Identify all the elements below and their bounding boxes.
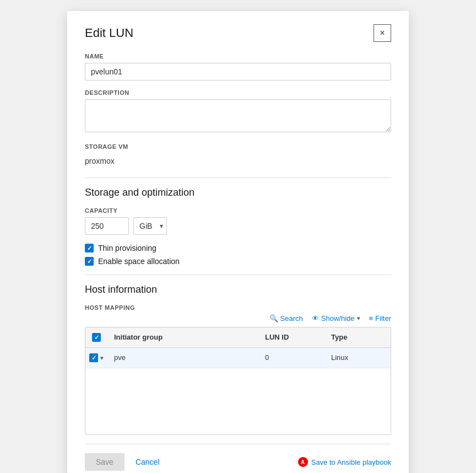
table-empty-area	[85, 368, 391, 434]
thin-provisioning-label: Thin provisioning	[98, 244, 156, 252]
ansible-label: Save to Ansible playbook	[311, 458, 391, 466]
modal-header: Edit LUN ×	[85, 24, 391, 42]
initiator-group-header: Initiator group	[107, 327, 258, 347]
showhide-action[interactable]: 👁 Show/hide ▾	[312, 314, 360, 322]
filter-action[interactable]: ≡ Filter	[369, 314, 391, 322]
filter-icon: ≡	[369, 314, 374, 322]
showhide-label: Show/hide	[321, 314, 355, 322]
chevron-down-icon: ▾	[357, 315, 360, 322]
name-field-group: NAME	[85, 53, 391, 80]
enable-space-checkbox[interactable]	[85, 257, 94, 266]
description-field-group: DESCRIPTION	[85, 89, 391, 135]
footer-bar: Save Cancel A Save to Ansible playbook	[85, 444, 391, 473]
ansible-playbook-link[interactable]: A Save to Ansible playbook	[298, 457, 391, 467]
ansible-icon: A	[298, 457, 308, 467]
host-mapping-table: Initiator group LUN ID Type ▾ pve 0 Linu…	[85, 327, 391, 435]
footer-left: Save Cancel	[85, 453, 166, 471]
cancel-button[interactable]: Cancel	[129, 453, 166, 471]
table-row: ▾ pve 0 Linux	[85, 348, 391, 368]
capacity-field-group: CAPACITY GiB TiB MiB	[85, 207, 391, 235]
section-divider	[85, 178, 391, 178]
lun-id-header: LUN ID	[258, 327, 324, 347]
storage-vm-field-group: STORAGE VM proxmox	[85, 143, 391, 169]
type-header: Type	[324, 327, 391, 347]
unit-select-wrapper: GiB TiB MiB	[133, 217, 167, 235]
storage-section-title: Storage and optimization	[85, 187, 391, 198]
select-all-checkbox[interactable]	[92, 333, 101, 342]
row-expand-icon[interactable]: ▾	[100, 354, 104, 362]
row-type: Linux	[324, 348, 391, 368]
checkbox-column-header	[85, 327, 107, 347]
capacity-label: CAPACITY	[85, 207, 391, 214]
row-checkbox-cell: ▾	[85, 348, 107, 368]
storage-vm-value: proxmox	[85, 153, 391, 169]
host-section: Host information HOST MAPPING 🔍 Search 👁…	[85, 284, 391, 435]
host-section-title: Host information	[85, 284, 391, 295]
unit-select[interactable]: GiB TiB MiB	[133, 217, 167, 235]
modal-title: Edit LUN	[85, 26, 133, 40]
capacity-row: GiB TiB MiB	[85, 217, 391, 235]
row-initiator-group: pve	[107, 348, 258, 368]
row-checkbox[interactable]	[89, 353, 98, 362]
edit-lun-modal: Edit LUN × NAME DESCRIPTION STORAGE VM p…	[67, 11, 409, 473]
close-button[interactable]: ×	[374, 24, 391, 42]
eye-icon: 👁	[312, 314, 319, 322]
name-input[interactable]	[85, 63, 391, 80]
description-input[interactable]	[85, 99, 391, 132]
name-label: NAME	[85, 53, 391, 60]
search-icon: 🔍	[269, 314, 278, 322]
table-header: Initiator group LUN ID Type	[85, 327, 391, 348]
storage-section: Storage and optimization CAPACITY GiB Ti…	[85, 187, 391, 266]
filter-label: Filter	[375, 314, 391, 322]
description-label: DESCRIPTION	[85, 89, 391, 96]
host-mapping-bar: 🔍 Search 👁 Show/hide ▾ ≡ Filter	[85, 314, 391, 322]
host-divider	[85, 275, 391, 275]
storage-vm-label: STORAGE VM	[85, 143, 391, 150]
thin-provisioning-row: Thin provisioning	[85, 244, 391, 252]
thin-provisioning-checkbox[interactable]	[85, 244, 94, 252]
save-button[interactable]: Save	[85, 453, 125, 471]
search-label: Search	[280, 314, 303, 322]
close-icon: ×	[380, 28, 385, 38]
enable-space-row: Enable space allocation	[85, 257, 391, 266]
search-action[interactable]: 🔍 Search	[269, 314, 303, 322]
enable-space-label: Enable space allocation	[98, 257, 180, 266]
capacity-input[interactable]	[85, 217, 129, 235]
row-lun-id: 0	[258, 348, 324, 368]
host-mapping-label: HOST MAPPING	[85, 304, 391, 311]
